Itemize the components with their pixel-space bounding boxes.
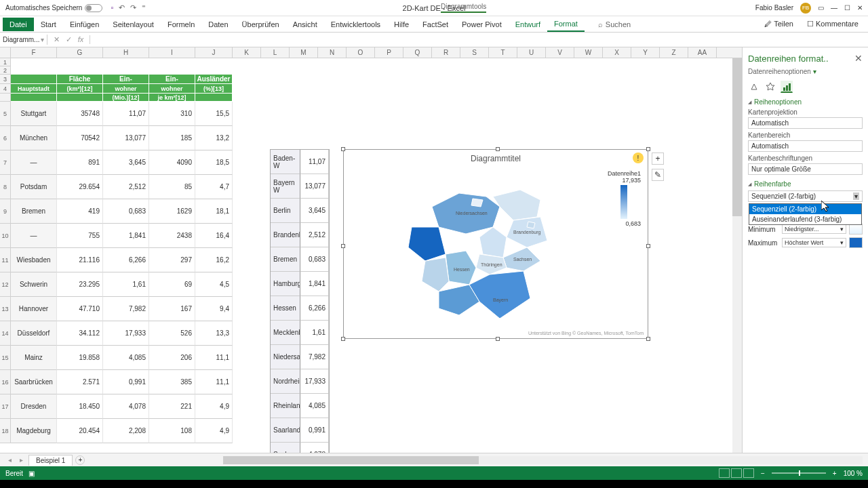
table-row[interactable]: 15 Mainz 19.858 4,085 206 11,1 (0, 346, 742, 370)
col-header[interactable]: P (375, 47, 403, 58)
view-page-layout-icon[interactable] (731, 468, 742, 478)
section-series-color[interactable]: Reihenfarbe (748, 180, 863, 188)
map-labels-select[interactable]: Nur optimale Größe (748, 163, 863, 175)
map-chart[interactable]: ! + ✎ Diagrammtitel Nie (343, 149, 648, 339)
save-icon[interactable]: ▫ (111, 3, 113, 12)
user-avatar-icon[interactable]: FB (800, 3, 811, 14)
col-header[interactable]: Q (403, 47, 432, 58)
tab-factset[interactable]: FactSet (416, 18, 455, 31)
undo-icon[interactable]: ↶ (119, 3, 125, 12)
tab-format[interactable]: Format (547, 17, 585, 32)
redo-icon[interactable]: ↷ (130, 3, 136, 12)
col-header[interactable]: G (57, 47, 103, 58)
name-box[interactable]: Diagramm...▾ (0, 35, 47, 45)
series-color-select[interactable]: Sequenziell (2-farbig)▾ Sequenziell (2-f… (748, 190, 863, 202)
tab-help[interactable]: Hilfe (387, 18, 416, 31)
pane-subtitle[interactable]: Datenreihenoptionen ▾ (748, 68, 863, 75)
col-header[interactable]: J (195, 47, 233, 58)
col-header[interactable]: Y (631, 47, 660, 58)
zoom-slider[interactable] (772, 472, 826, 474)
dropdown-option-diverging[interactable]: Auseinanderlaufend (3-farbig) (749, 214, 861, 224)
minimize-icon[interactable]: — (831, 4, 837, 12)
close-icon[interactable]: ✕ (857, 4, 863, 12)
col-header[interactable]: O (347, 47, 375, 58)
table-row[interactable]: 17 Dresden 18.450 4,078 221 4,9 (0, 394, 742, 419)
chart-warning-icon[interactable]: ! (633, 152, 644, 163)
enter-formula-icon[interactable]: ✓ (64, 35, 73, 44)
col-header[interactable]: X (603, 47, 631, 58)
tab-view[interactable]: Ansicht (286, 18, 324, 31)
select-all-corner[interactable] (0, 47, 11, 58)
tab-formulas[interactable]: Formeln (161, 18, 201, 31)
autosave-toggle[interactable]: Automatisches Speichern (5, 4, 102, 12)
tab-powerpivot[interactable]: Power Pivot (455, 18, 509, 31)
col-header[interactable]: V (546, 47, 574, 58)
ribbon-mode-icon[interactable]: ▭ (818, 4, 824, 12)
tab-data[interactable]: Daten (201, 18, 235, 31)
table-row[interactable]: 18 Magdeburg 20.454 2,208 108 4,9 (0, 419, 742, 443)
share-button[interactable]: 🖉 Teilen (760, 18, 797, 30)
chart-add-element-icon[interactable]: + (652, 152, 664, 165)
minimum-select[interactable]: Niedrigster...▾ (782, 224, 846, 234)
dropdown-option-sequential[interactable]: Sequenziell (2-farbig) (749, 204, 861, 214)
fill-line-icon[interactable] (748, 81, 760, 93)
tab-insert[interactable]: Einfügen (63, 18, 106, 31)
col-header[interactable]: K (233, 47, 261, 58)
pane-close-icon[interactable]: ✕ (854, 53, 863, 64)
map-projection-select[interactable]: Automatisch (748, 117, 863, 129)
sheet-nav-prev-icon[interactable]: ◂ (5, 456, 14, 464)
search-box[interactable]: ⌕ Suchen (598, 20, 631, 28)
formula-input[interactable] (90, 39, 868, 41)
col-header[interactable]: F (11, 47, 57, 58)
col-header[interactable]: M (290, 47, 318, 58)
vertical-scrollbar[interactable] (732, 58, 742, 453)
section-series-options[interactable]: Reihenoptionen (748, 98, 863, 106)
tab-file[interactable]: Datei (3, 18, 34, 31)
tab-review[interactable]: Überprüfen (235, 18, 286, 31)
sheet-tab[interactable]: Beispiel 1 (28, 455, 73, 466)
chart-title[interactable]: Diagrammtitel (344, 150, 648, 167)
zoom-level[interactable]: 100 % (844, 470, 863, 477)
col-header[interactable]: AA (688, 47, 717, 58)
col-header[interactable]: L (261, 47, 290, 58)
chart-styles-icon[interactable]: ✎ (652, 169, 664, 181)
qat-more-icon[interactable]: ⁼ (142, 3, 146, 12)
tab-developer[interactable]: Entwicklertools (324, 18, 387, 31)
maximize-icon[interactable]: ☐ (844, 4, 850, 12)
col-header[interactable]: T (489, 47, 517, 58)
horizontal-scrollbar[interactable] (223, 456, 863, 464)
maximum-select[interactable]: Höchster Wert▾ (782, 238, 846, 247)
table-row[interactable]: 6 München 70542 13,077 185 13,2 (0, 126, 742, 150)
map-area-select[interactable]: Automatisch (748, 140, 863, 152)
macro-record-icon[interactable]: ▣ (28, 470, 35, 477)
tab-pagelayout[interactable]: Seitenlayout (106, 18, 161, 31)
table-row[interactable]: 16 Saarbrücken 2.571 0,991 385 11,1 (0, 370, 742, 394)
col-header[interactable]: W (574, 47, 603, 58)
chart-source-range[interactable]: Baden-W11,07Bayern W13,077Berlin3,645Bra… (270, 149, 330, 453)
view-normal-icon[interactable] (719, 468, 730, 478)
max-color-button[interactable] (849, 237, 863, 248)
comments-button[interactable]: ☐ Kommentare (803, 18, 863, 30)
col-header[interactable]: I (149, 47, 195, 58)
zoom-out-icon[interactable]: − (761, 470, 765, 477)
col-header[interactable]: N (318, 47, 347, 58)
col-header[interactable]: S (460, 47, 489, 58)
fx-icon[interactable]: fx (76, 35, 85, 44)
zoom-in-icon[interactable]: + (833, 470, 837, 477)
svg-text:Hessen: Hessen (454, 267, 470, 272)
col-header[interactable]: H (103, 47, 149, 58)
col-header[interactable]: Z (660, 47, 688, 58)
table-row[interactable]: 5 Stuttgart 35748 11,07 310 15,5 (0, 102, 742, 126)
col-header[interactable]: R (432, 47, 460, 58)
tab-start[interactable]: Start (34, 18, 63, 31)
series-options-icon[interactable] (781, 81, 793, 93)
effects-icon[interactable] (764, 81, 776, 93)
worksheet[interactable]: F G H I J K L M N O P Q R S T U V W X Y … (0, 47, 742, 453)
min-color-button[interactable] (849, 224, 863, 235)
tab-design[interactable]: Entwurf (509, 18, 547, 31)
view-page-break-icon[interactable] (743, 468, 754, 478)
col-header[interactable]: U (517, 47, 546, 58)
new-sheet-icon[interactable]: + (75, 455, 85, 465)
sheet-nav-next-icon[interactable]: ▸ (17, 456, 26, 464)
cancel-formula-icon[interactable]: ✕ (52, 35, 61, 44)
